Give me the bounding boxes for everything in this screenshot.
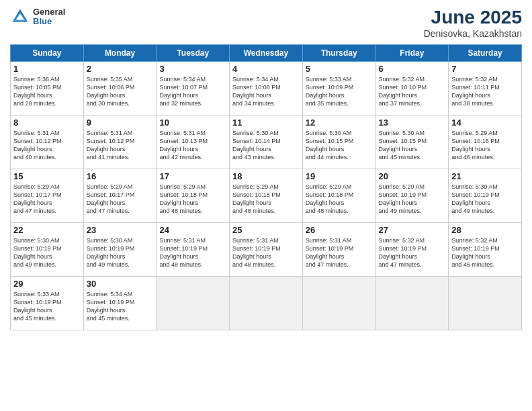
header-tuesday: Tuesday bbox=[157, 45, 230, 62]
page: General Blue June 2025 Denisovka, Kazakh… bbox=[0, 0, 532, 411]
calendar-cell bbox=[157, 277, 230, 330]
day-number: 16 bbox=[87, 171, 154, 181]
day-info: Sunrise: 5:30 AM Sunset: 10:15 PM Daylig… bbox=[306, 129, 373, 162]
day-info: Sunrise: 5:29 AM Sunset: 10:18 PM Daylig… bbox=[159, 183, 226, 216]
calendar-cell: 6 Sunrise: 5:32 AM Sunset: 10:10 PM Dayl… bbox=[375, 62, 449, 116]
calendar-cell bbox=[230, 277, 303, 330]
day-info: Sunrise: 5:31 AM Sunset: 10:19 PM Daylig… bbox=[306, 236, 373, 269]
header-saturday: Saturday bbox=[449, 45, 522, 62]
day-info: Sunrise: 5:36 AM Sunset: 10:05 PM Daylig… bbox=[13, 75, 81, 108]
calendar-cell: 16 Sunrise: 5:29 AM Sunset: 10:17 PM Day… bbox=[83, 169, 157, 223]
logo: General Blue bbox=[10, 7, 65, 27]
day-number: 14 bbox=[451, 118, 519, 128]
day-number: 7 bbox=[451, 64, 519, 74]
calendar-week-row: 8 Sunrise: 5:31 AM Sunset: 10:12 PM Dayl… bbox=[11, 116, 522, 169]
day-number: 17 bbox=[159, 171, 226, 181]
day-info: Sunrise: 5:29 AM Sunset: 10:19 PM Daylig… bbox=[379, 183, 446, 216]
day-info: Sunrise: 5:30 AM Sunset: 10:15 PM Daylig… bbox=[379, 129, 446, 162]
header: General Blue June 2025 Denisovka, Kazakh… bbox=[10, 7, 522, 39]
day-number: 2 bbox=[87, 64, 154, 74]
calendar-cell: 14 Sunrise: 5:29 AM Sunset: 10:16 PM Day… bbox=[449, 116, 522, 169]
calendar-cell: 11 Sunrise: 5:30 AM Sunset: 10:14 PM Day… bbox=[230, 116, 303, 169]
day-info: Sunrise: 5:30 AM Sunset: 10:14 PM Daylig… bbox=[232, 129, 300, 162]
day-info: Sunrise: 5:31 AM Sunset: 10:12 PM Daylig… bbox=[13, 129, 81, 162]
calendar-cell: 30 Sunrise: 5:34 AM Sunset: 10:19 PM Day… bbox=[83, 277, 157, 330]
day-info: Sunrise: 5:29 AM Sunset: 10:17 PM Daylig… bbox=[13, 183, 81, 216]
calendar-week-row: 15 Sunrise: 5:29 AM Sunset: 10:17 PM Day… bbox=[11, 169, 522, 223]
day-number: 25 bbox=[232, 225, 300, 235]
day-info: Sunrise: 5:33 AM Sunset: 10:09 PM Daylig… bbox=[306, 75, 373, 108]
day-number: 21 bbox=[451, 171, 519, 181]
calendar-cell: 28 Sunrise: 5:32 AM Sunset: 10:19 PM Day… bbox=[449, 223, 522, 277]
day-info: Sunrise: 5:29 AM Sunset: 10:16 PM Daylig… bbox=[451, 129, 519, 162]
day-info: Sunrise: 5:34 AM Sunset: 10:07 PM Daylig… bbox=[159, 75, 226, 108]
day-info: Sunrise: 5:34 AM Sunset: 10:19 PM Daylig… bbox=[87, 290, 154, 323]
day-number: 5 bbox=[306, 64, 373, 74]
day-number: 24 bbox=[159, 225, 226, 235]
calendar-cell: 26 Sunrise: 5:31 AM Sunset: 10:19 PM Day… bbox=[302, 223, 375, 277]
day-info: Sunrise: 5:34 AM Sunset: 10:08 PM Daylig… bbox=[232, 75, 300, 108]
header-wednesday: Wednesday bbox=[230, 45, 303, 62]
logo-text: General Blue bbox=[33, 7, 65, 27]
calendar-cell: 21 Sunrise: 5:30 AM Sunset: 10:19 PM Day… bbox=[449, 169, 522, 223]
header-sunday: Sunday bbox=[11, 45, 84, 62]
calendar-cell bbox=[375, 277, 449, 330]
day-info: Sunrise: 5:33 AM Sunset: 10:19 PM Daylig… bbox=[13, 290, 81, 323]
calendar-cell bbox=[302, 277, 375, 330]
day-number: 23 bbox=[87, 225, 154, 235]
day-number: 27 bbox=[379, 225, 446, 235]
day-number: 9 bbox=[87, 118, 154, 128]
calendar-cell: 13 Sunrise: 5:30 AM Sunset: 10:15 PM Day… bbox=[375, 116, 449, 169]
day-number: 11 bbox=[232, 118, 300, 128]
calendar-week-row: 22 Sunrise: 5:30 AM Sunset: 10:19 PM Day… bbox=[11, 223, 522, 277]
logo-icon bbox=[10, 7, 30, 27]
calendar-cell: 3 Sunrise: 5:34 AM Sunset: 10:07 PM Dayl… bbox=[157, 62, 230, 116]
day-info: Sunrise: 5:30 AM Sunset: 10:19 PM Daylig… bbox=[13, 236, 81, 269]
day-number: 30 bbox=[87, 279, 154, 289]
calendar-cell: 24 Sunrise: 5:31 AM Sunset: 10:19 PM Day… bbox=[157, 223, 230, 277]
day-number: 6 bbox=[379, 64, 446, 74]
day-number: 28 bbox=[451, 225, 519, 235]
day-info: Sunrise: 5:31 AM Sunset: 10:19 PM Daylig… bbox=[232, 236, 300, 269]
calendar-week-row: 29 Sunrise: 5:33 AM Sunset: 10:19 PM Day… bbox=[11, 277, 522, 330]
day-number: 1 bbox=[13, 64, 81, 74]
day-number: 8 bbox=[13, 118, 81, 128]
calendar-cell: 20 Sunrise: 5:29 AM Sunset: 10:19 PM Day… bbox=[375, 169, 449, 223]
calendar-cell: 12 Sunrise: 5:30 AM Sunset: 10:15 PM Day… bbox=[302, 116, 375, 169]
calendar-cell: 2 Sunrise: 5:35 AM Sunset: 10:06 PM Dayl… bbox=[83, 62, 157, 116]
day-number: 18 bbox=[232, 171, 300, 181]
day-info: Sunrise: 5:32 AM Sunset: 10:19 PM Daylig… bbox=[379, 236, 446, 269]
header-friday: Friday bbox=[375, 45, 449, 62]
day-info: Sunrise: 5:31 AM Sunset: 10:12 PM Daylig… bbox=[87, 129, 154, 162]
logo-blue-text: Blue bbox=[33, 17, 65, 26]
day-info: Sunrise: 5:32 AM Sunset: 10:11 PM Daylig… bbox=[451, 75, 519, 108]
calendar-cell: 29 Sunrise: 5:33 AM Sunset: 10:19 PM Day… bbox=[11, 277, 84, 330]
day-number: 15 bbox=[13, 171, 81, 181]
calendar-cell: 5 Sunrise: 5:33 AM Sunset: 10:09 PM Dayl… bbox=[302, 62, 375, 116]
day-number: 10 bbox=[159, 118, 226, 128]
day-number: 29 bbox=[13, 279, 81, 289]
calendar-cell: 10 Sunrise: 5:31 AM Sunset: 10:13 PM Day… bbox=[157, 116, 230, 169]
day-info: Sunrise: 5:31 AM Sunset: 10:13 PM Daylig… bbox=[159, 129, 226, 162]
day-number: 22 bbox=[13, 225, 81, 235]
day-number: 19 bbox=[306, 171, 373, 181]
day-info: Sunrise: 5:35 AM Sunset: 10:06 PM Daylig… bbox=[87, 75, 154, 108]
calendar-table: Sunday Monday Tuesday Wednesday Thursday… bbox=[10, 44, 522, 330]
calendar-cell bbox=[449, 277, 522, 330]
logo-general-text: General bbox=[33, 7, 65, 17]
calendar-header-row: Sunday Monday Tuesday Wednesday Thursday… bbox=[11, 45, 522, 62]
calendar-cell: 27 Sunrise: 5:32 AM Sunset: 10:19 PM Day… bbox=[375, 223, 449, 277]
calendar-cell: 15 Sunrise: 5:29 AM Sunset: 10:17 PM Day… bbox=[11, 169, 84, 223]
calendar-cell: 1 Sunrise: 5:36 AM Sunset: 10:05 PM Dayl… bbox=[11, 62, 84, 116]
day-info: Sunrise: 5:31 AM Sunset: 10:19 PM Daylig… bbox=[159, 236, 226, 269]
calendar-cell: 9 Sunrise: 5:31 AM Sunset: 10:12 PM Dayl… bbox=[83, 116, 157, 169]
calendar-cell: 17 Sunrise: 5:29 AM Sunset: 10:18 PM Day… bbox=[157, 169, 230, 223]
calendar-cell: 25 Sunrise: 5:31 AM Sunset: 10:19 PM Day… bbox=[230, 223, 303, 277]
day-number: 4 bbox=[232, 64, 300, 74]
calendar-cell: 22 Sunrise: 5:30 AM Sunset: 10:19 PM Day… bbox=[11, 223, 84, 277]
month-title: June 2025 bbox=[424, 7, 522, 28]
day-number: 13 bbox=[379, 118, 446, 128]
day-number: 26 bbox=[306, 225, 373, 235]
day-info: Sunrise: 5:32 AM Sunset: 10:10 PM Daylig… bbox=[379, 75, 446, 108]
day-number: 20 bbox=[379, 171, 446, 181]
